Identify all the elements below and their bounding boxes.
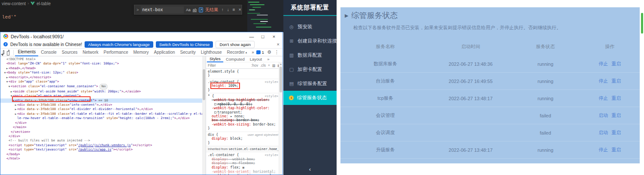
table-row[interactable]: 升级服务2022-06-27 13:48:17running停止重启 bbox=[340, 141, 640, 159]
css-property[interactable]: display: -ms-flexbox; bbox=[208, 161, 281, 165]
match-language-button[interactable]: Always match Chrome's language bbox=[85, 41, 153, 48]
dom-line[interactable]: ▼<section class="el-container home_conta… bbox=[0, 84, 202, 89]
dom-line[interactable]: <script type="text/javascript" src="/pub… bbox=[0, 147, 202, 152]
dom-line[interactable]: ▼<div id="app" class="app"> bbox=[0, 80, 202, 84]
stylesheet-source-link[interactable]: <style> bbox=[264, 80, 278, 84]
css-property[interactable]: transparent; bbox=[208, 111, 281, 114]
tab-performance[interactable]: Performance bbox=[101, 49, 131, 56]
tab-security[interactable]: Security bbox=[178, 49, 198, 56]
tab-console[interactable]: Console bbox=[38, 49, 59, 56]
css-property[interactable]: display: -webkit-box; bbox=[208, 157, 281, 161]
sidebar-item[interactable]: ⊞创建目录和软连接 bbox=[283, 34, 337, 48]
table-action-link[interactable]: 停止 bbox=[598, 78, 608, 83]
flex-badge[interactable]: flex bbox=[100, 84, 107, 89]
table-row[interactable]: tcp服务2022-06-27 13:48:17running停止重启 bbox=[340, 90, 640, 107]
inspect-element-icon[interactable] bbox=[3, 50, 4, 54]
dom-line[interactable]: ▼<body style="font-size: 12px;" class> bbox=[0, 71, 202, 75]
dom-line[interactable]: ▶<div data-v-3fbdc100 class="info-conten… bbox=[0, 103, 202, 107]
twisty-icon[interactable]: ▶ bbox=[14, 112, 17, 116]
twisty-icon[interactable]: ▶ bbox=[14, 103, 17, 107]
styles-filter-input[interactable] bbox=[208, 63, 249, 68]
issues-counter[interactable]: 1 bbox=[256, 50, 264, 55]
sidebar-item[interactable]: ▤综管服务配置 bbox=[283, 77, 337, 91]
twisty-icon[interactable]: ▼ bbox=[12, 98, 15, 103]
match-case-icon[interactable]: Aa bbox=[186, 8, 190, 12]
breadcrumb-item[interactable]: el-table bbox=[36, 1, 51, 6]
sidebar-item[interactable]: ◎预安装 bbox=[283, 20, 337, 34]
tab-recorder[interactable]: Recorder▴ bbox=[225, 49, 250, 56]
twisty-icon[interactable]: ▶ bbox=[10, 89, 13, 94]
dom-line[interactable]: ▶<aside class="el-aside home_aside" styl… bbox=[0, 89, 202, 94]
css-property[interactable]: rgba(0, 0, 0, 0); bbox=[208, 102, 281, 106]
find-input[interactable] bbox=[141, 6, 184, 13]
find-in-selection-icon[interactable]: ≡ bbox=[233, 7, 235, 12]
table-row[interactable]: 会议管理failed启动重启 bbox=[340, 107, 640, 124]
color-swatch[interactable] bbox=[214, 103, 216, 105]
twisty-icon[interactable]: ▼ bbox=[6, 80, 9, 84]
settings-gear-icon[interactable]: ⚙ bbox=[267, 49, 271, 55]
tab-application[interactable]: Application bbox=[152, 49, 178, 56]
css-property[interactable]: display: flex; ▦ bbox=[208, 166, 281, 170]
notification-close-icon[interactable]: × bbox=[277, 42, 279, 47]
twisty-icon[interactable]: ▼ bbox=[10, 94, 13, 98]
css-property[interactable]: -webkit-box-orient: horizontal; bbox=[208, 170, 281, 174]
table-action-link[interactable]: 重启 bbox=[611, 113, 621, 118]
kebab-menu-icon[interactable]: ⋮ bbox=[274, 49, 279, 55]
table-action-link[interactable]: 启动 bbox=[598, 113, 608, 118]
table-action-link[interactable]: 停止 bbox=[598, 95, 608, 101]
css-property[interactable]: -webkit-tap-highlight-color: bbox=[208, 106, 281, 110]
new-rule-button[interactable]: + bbox=[268, 63, 270, 68]
find-next-icon[interactable]: ↓ bbox=[227, 7, 229, 12]
rendering-icon[interactable]: ▥ bbox=[272, 64, 276, 68]
hov-toggle[interactable]: :hov bbox=[251, 63, 258, 68]
css-property[interactable]: outline: ▸ none; bbox=[208, 114, 281, 118]
color-swatch[interactable] bbox=[214, 111, 216, 114]
dom-line[interactable]: <html lang="ZH-CN" data-dpr="1" style="f… bbox=[0, 61, 202, 66]
close-window-button[interactable]: × bbox=[268, 34, 279, 39]
find-prev-icon[interactable]: ↑ bbox=[222, 7, 224, 12]
table-row[interactable]: 会议调度failed启动重启 bbox=[340, 124, 640, 141]
stylesheet-source-link[interactable]: <style> bbox=[264, 94, 278, 98]
tab-sources[interactable]: Sources bbox=[59, 49, 80, 56]
dom-line[interactable]: ▼<main class="el-main mian_content"> bbox=[0, 94, 202, 98]
cls-toggle[interactable]: .cls bbox=[260, 63, 266, 68]
styles-scrollbar[interactable]: ▲ bbox=[279, 62, 283, 175]
dom-line[interactable]: </div> bbox=[0, 134, 202, 138]
table-action-link[interactable]: 重启 bbox=[611, 130, 621, 135]
tab-memory[interactable]: Memory bbox=[131, 49, 151, 56]
twisty-icon[interactable]: ▼ bbox=[3, 71, 6, 75]
editor-minimap[interactable] bbox=[247, 0, 283, 32]
minimize-button[interactable]: — bbox=[246, 34, 257, 39]
tab-network[interactable]: Network bbox=[80, 49, 101, 56]
tab-elements[interactable]: Elements bbox=[15, 49, 38, 56]
styles-subtab-more[interactable]: » bbox=[264, 56, 272, 62]
css-property[interactable]: height: 100%; bbox=[208, 84, 281, 88]
twisty-icon[interactable]: ▶ bbox=[6, 75, 9, 80]
sidebar-collapse-icon[interactable]: ‹ bbox=[283, 166, 337, 172]
dom-line[interactable]: </main> bbox=[0, 125, 202, 129]
css-property[interactable]: -webkit-tap-highlight-color: bbox=[208, 98, 281, 102]
twisty-icon[interactable]: ▶ bbox=[6, 66, 9, 71]
dom-line[interactable]: </section> bbox=[0, 130, 202, 134]
dom-line[interactable]: </html> bbox=[0, 157, 202, 161]
table-action-link[interactable]: 停止 bbox=[598, 61, 608, 66]
elements-scrollbar[interactable] bbox=[202, 56, 206, 175]
flex-editor-icon[interactable]: ▦ bbox=[240, 166, 244, 169]
table-action-link[interactable]: 启动 bbox=[598, 130, 608, 135]
table-action-link[interactable]: 重启 bbox=[611, 147, 621, 152]
table-action-link[interactable]: 重启 bbox=[611, 78, 621, 83]
switch-chinese-button[interactable]: Switch DevTools to Chinese bbox=[156, 41, 213, 48]
styles-subtab-layout[interactable]: Layout bbox=[247, 56, 265, 62]
dom-line[interactable]: ▶<noscript>…</noscript> bbox=[0, 75, 202, 80]
breadcrumb-item[interactable]: view-content bbox=[2, 1, 26, 6]
device-toolbar-icon[interactable] bbox=[8, 50, 9, 55]
page-scrollbar-thumb[interactable] bbox=[641, 13, 643, 34]
twisty-icon[interactable]: ▶ bbox=[14, 107, 17, 111]
find-expand-icon[interactable]: > bbox=[137, 8, 139, 12]
dom-line[interactable]: ▶<div data-v-3fbdc100 class="el-divider … bbox=[0, 107, 202, 111]
dom-line[interactable]: ▶<head>…</head> bbox=[0, 66, 202, 71]
table-action-link[interactable]: 重启 bbox=[611, 61, 621, 66]
styles-subtab-styles[interactable]: Styles bbox=[207, 56, 223, 62]
dom-line[interactable]: <script type="text/javascript" src="/pub… bbox=[0, 143, 202, 147]
dom-line[interactable]: ▶<div data-v-3fbdc100 class="el-table el… bbox=[0, 112, 202, 116]
